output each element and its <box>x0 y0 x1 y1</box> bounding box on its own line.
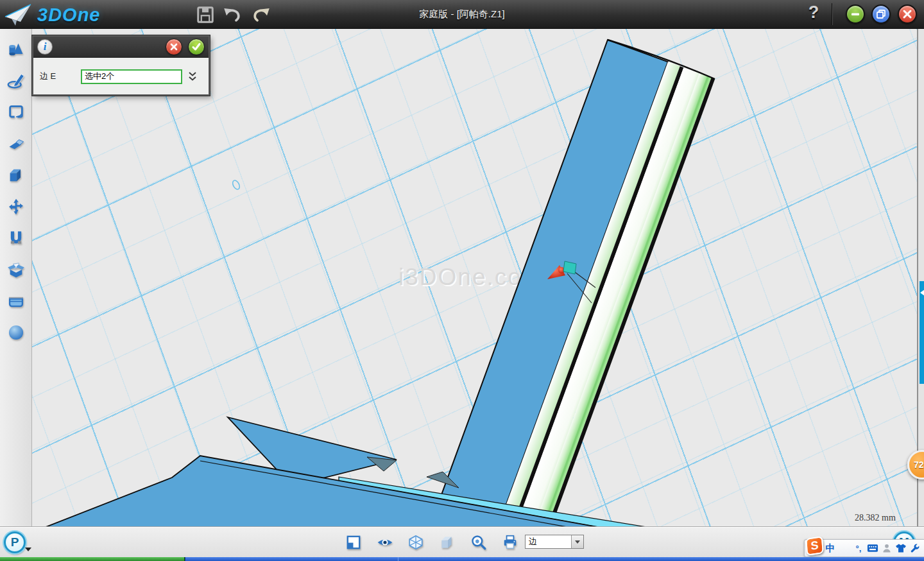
shaded-cube-icon <box>439 534 456 551</box>
printer-icon <box>502 534 518 551</box>
basin-icon <box>7 292 25 310</box>
save-icon <box>196 5 215 24</box>
rounded-square-icon <box>7 103 25 121</box>
print-button[interactable] <box>501 533 520 552</box>
sogou-logo-icon[interactable]: S <box>805 536 824 556</box>
taskbar-tasks-edge <box>185 557 924 561</box>
brand-name: 3DOne <box>37 4 100 26</box>
cancel-button[interactable] <box>166 39 182 55</box>
ime-toolbar: S 中 °, <box>804 539 924 557</box>
redo-button[interactable] <box>250 4 271 25</box>
app-logo: 3DOne <box>4 2 100 28</box>
tool-combine[interactable] <box>4 258 28 281</box>
taskbar-separator <box>398 557 398 561</box>
shirt-icon <box>895 543 907 553</box>
zoom-button[interactable] <box>469 533 488 552</box>
info-icon: i <box>37 39 53 55</box>
minimize-button[interactable] <box>846 4 865 24</box>
p-menu-caret[interactable] <box>25 548 31 551</box>
tool-assembly[interactable] <box>4 227 28 250</box>
close-button[interactable] <box>898 4 917 24</box>
cancel-x-icon <box>169 42 178 51</box>
person-icon <box>882 543 892 553</box>
ime-shape-toggle[interactable] <box>837 540 851 557</box>
restore-button[interactable] <box>871 4 891 24</box>
undo-button[interactable] <box>222 4 244 25</box>
tool-render[interactable] <box>4 321 28 344</box>
close-icon <box>902 8 913 20</box>
edge-field-label: 边 E <box>40 71 81 82</box>
save-button[interactable] <box>194 4 216 25</box>
tool-sketch-edit[interactable] <box>4 101 28 124</box>
edge-selection-dialog: i 边 E <box>32 35 210 96</box>
expand-button[interactable] <box>187 71 198 82</box>
filter-value: 边 <box>526 536 571 548</box>
wrench-icon <box>910 543 920 553</box>
ime-skin-button[interactable] <box>894 540 908 557</box>
tool-feature[interactable] <box>4 164 28 187</box>
selection-filter-combo[interactable]: 边 <box>525 535 584 549</box>
panel-collapse-tab[interactable] <box>920 281 924 384</box>
edge-selection-input[interactable] <box>81 69 182 84</box>
os-taskbar-edge <box>0 557 924 561</box>
minimize-icon <box>850 8 861 20</box>
moon-icon <box>839 543 850 554</box>
primitives-icon <box>7 40 25 58</box>
left-toolbar <box>0 29 32 526</box>
restore-icon <box>875 8 887 20</box>
dialog-header: i <box>33 37 209 58</box>
paper-plane-icon <box>4 3 32 27</box>
tool-move[interactable] <box>4 195 28 218</box>
ime-settings-button[interactable] <box>908 540 922 557</box>
eye-icon <box>376 534 394 551</box>
confirm-check-icon <box>191 42 201 52</box>
double-chevron-down-icon <box>187 71 198 82</box>
wireframe-cube-icon <box>407 534 424 551</box>
ime-lang-toggle[interactable]: 中 <box>823 540 837 557</box>
plane-view-button[interactable] <box>344 533 363 552</box>
magnifier-icon <box>470 534 487 551</box>
undo-icon <box>223 5 243 24</box>
teal-flag-handle[interactable] <box>563 261 576 274</box>
dialog-body: 边 E <box>33 58 209 95</box>
dimension-readout: 28.382 mm <box>855 513 896 522</box>
ime-account-button[interactable] <box>880 540 894 557</box>
move-arrows-icon <box>7 198 25 216</box>
profile-p-button[interactable]: P <box>4 531 26 553</box>
cube-icon <box>7 166 25 184</box>
origin-marker <box>232 179 241 190</box>
bottom-toolbar: 边 <box>0 526 924 557</box>
arrow-left-icon <box>920 289 924 296</box>
ime-keyboard-button[interactable] <box>866 540 880 557</box>
magnet-icon <box>7 229 25 247</box>
start-button-edge <box>0 557 185 561</box>
tool-basin[interactable] <box>4 289 28 313</box>
sketch-pen-icon <box>7 72 25 90</box>
help-button[interactable]: ? <box>803 3 824 26</box>
soft-keyboard-icon <box>867 544 878 553</box>
shaded-view-button[interactable] <box>438 533 457 552</box>
titlebar: 3DOne 家庭版 - [阿帕奇.Z1] ? <box>0 0 924 29</box>
wireframe-view-button[interactable] <box>406 533 425 552</box>
sphere-icon <box>7 324 25 341</box>
confirm-button[interactable] <box>188 39 205 55</box>
visibility-button[interactable] <box>375 533 395 552</box>
tool-primitives[interactable] <box>4 38 28 61</box>
open-box-icon <box>7 261 25 279</box>
model-viewport[interactable]: i3DOne.com i3DOne.com <box>32 29 917 526</box>
caret-down-icon <box>575 540 580 544</box>
redo-icon <box>250 5 271 24</box>
scene-canvas: i3DOne.com i3DOne.com <box>32 29 917 526</box>
titlebar-separator <box>832 3 832 25</box>
eraser-icon <box>7 135 25 153</box>
tool-sketch[interactable] <box>4 69 28 92</box>
tool-trim[interactable] <box>4 132 28 155</box>
plane-corner-icon <box>345 534 362 551</box>
ime-punct-toggle[interactable]: °, <box>851 540 866 557</box>
combo-dropdown-button[interactable] <box>571 535 583 548</box>
